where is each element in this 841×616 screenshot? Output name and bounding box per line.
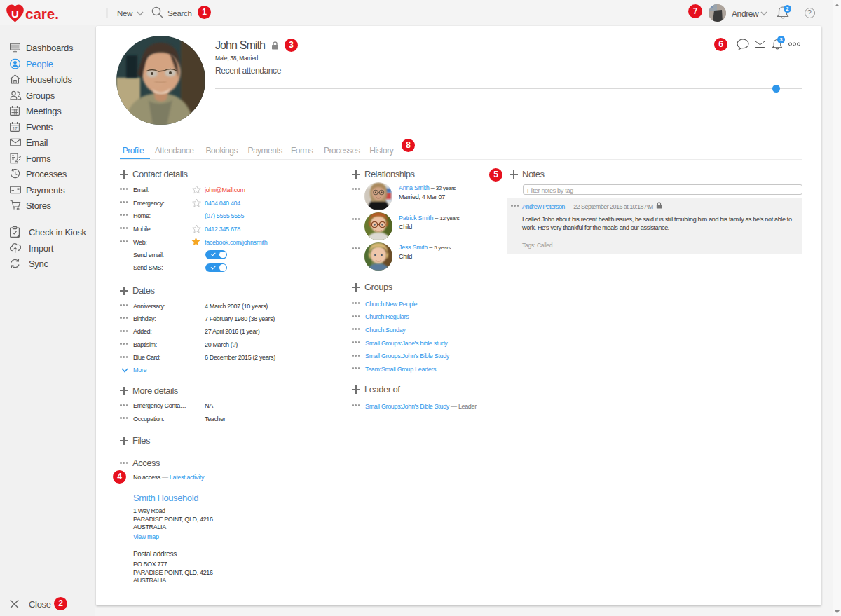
svg-text:17: 17 [13, 125, 18, 130]
svg-text:care.: care. [25, 6, 59, 22]
svg-text:U: U [11, 8, 19, 20]
